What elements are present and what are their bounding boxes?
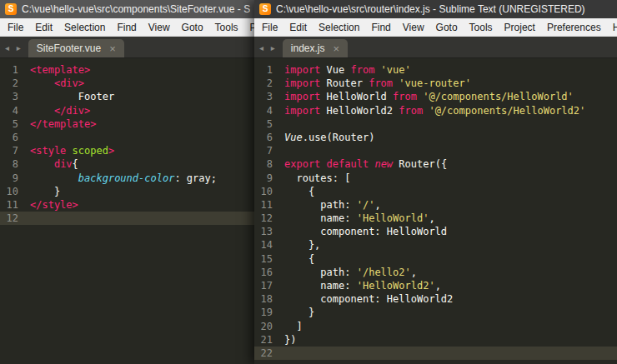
code-text: routes: [: [284, 172, 350, 185]
tab-index-js[interactable]: index.js ×: [283, 39, 348, 57]
code-line: 2import Router from 'vue-router': [254, 77, 617, 90]
code-text: </template>: [30, 117, 96, 131]
line-number: 1: [254, 63, 284, 77]
code-line: 22: [254, 347, 617, 360]
line-number: 17: [254, 279, 284, 292]
line-number: 16: [254, 266, 284, 279]
code-text: name: 'HelloWorld',: [284, 212, 435, 225]
code-text: }: [30, 185, 60, 198]
code-line: 5</template>: [0, 117, 255, 131]
code-text: name: 'HelloWorld2',: [284, 279, 441, 292]
right-window-title: C:\vue\hello-vue\src\router\index.js - S…: [276, 3, 585, 15]
line-number: 9: [254, 172, 284, 185]
code-line: 4 </div>: [0, 104, 255, 117]
code-text: }): [284, 333, 296, 347]
code-text: }: [284, 306, 314, 319]
menu-item-goto[interactable]: Goto: [176, 19, 209, 36]
line-number: 20: [254, 320, 284, 333]
code-line: 12 name: 'HelloWorld',: [254, 212, 617, 225]
code-line: 14 },: [254, 238, 617, 252]
right-editor[interactable]: 1import Vue from 'vue'2import Router fro…: [254, 58, 617, 364]
left-tabbar: ◂ ▸ SiteFooter.vue ×: [0, 37, 255, 58]
menu-item-help[interactable]: Help: [607, 19, 617, 36]
code-line: 6: [0, 131, 255, 144]
code-line: 19 }: [254, 306, 617, 319]
tab-close-icon[interactable]: ×: [109, 43, 116, 54]
code-line: 6Vue.use(Router): [254, 131, 617, 144]
code-text: path: '/hello2',: [284, 266, 417, 279]
left-editor[interactable]: 1<template>2 <div>3 Footer4 </div>5</tem…: [0, 58, 255, 364]
tab-nav-arrows-icon[interactable]: ◂ ▸: [3, 43, 28, 57]
menu-item-preferences[interactable]: Preferences: [541, 19, 607, 36]
menu-item-selection[interactable]: Selection: [58, 19, 111, 36]
line-number: 19: [254, 306, 284, 319]
line-number: 11: [0, 198, 30, 212]
code-text: <template>: [30, 63, 90, 77]
code-line: 3import HelloWorld from '@/components/He…: [254, 90, 617, 103]
menu-item-find[interactable]: Find: [365, 19, 396, 36]
menu-item-project[interactable]: Project: [244, 19, 255, 36]
code-text: component: HelloWorld: [284, 225, 447, 238]
code-line: 3 Footer: [0, 90, 255, 103]
menu-item-project[interactable]: Project: [499, 19, 541, 36]
left-window-title: C:\vue\hello-vue\src\components\SiteFoot…: [22, 3, 250, 15]
code-text: <style scoped>: [30, 144, 114, 157]
menu-item-file[interactable]: File: [256, 19, 283, 36]
menu-item-tools[interactable]: Tools: [209, 19, 244, 36]
code-text: {: [284, 252, 314, 266]
line-number: 1: [0, 63, 30, 77]
code-line: 18 component: HelloWorld2: [254, 292, 617, 306]
code-line: 8 div{: [0, 157, 255, 171]
menu-item-edit[interactable]: Edit: [29, 19, 58, 36]
code-text: ]: [284, 320, 303, 333]
line-number: 5: [254, 117, 284, 131]
code-line: 11 path: '/',: [254, 198, 617, 212]
code-text: background-color: gray;: [30, 172, 217, 185]
code-text: import Vue from 'vue': [284, 63, 411, 77]
line-number: 8: [254, 157, 284, 171]
left-titlebar[interactable]: S C:\vue\hello-vue\src\components\SiteFo…: [0, 0, 255, 18]
line-number: 18: [254, 292, 284, 306]
menu-item-edit[interactable]: Edit: [283, 19, 313, 36]
menu-item-find[interactable]: Find: [111, 19, 142, 36]
line-number: 10: [0, 185, 30, 198]
menu-item-file[interactable]: File: [2, 19, 29, 36]
sublime-window-sitefooter: S C:\vue\hello-vue\src\components\SiteFo…: [0, 0, 256, 364]
code-text: },: [284, 238, 320, 252]
menu-item-view[interactable]: View: [143, 19, 176, 36]
sublime-window-index-js: S C:\vue\hello-vue\src\router\index.js -…: [254, 0, 617, 364]
code-line: 9 routes: [: [254, 172, 617, 185]
code-text: div{: [30, 157, 78, 171]
code-line: 21}): [254, 333, 617, 347]
code-line: 10 {: [254, 185, 617, 198]
line-number: 4: [0, 104, 30, 117]
code-line: 5: [254, 117, 617, 131]
code-line: 11</style>: [0, 198, 255, 212]
sublime-icon: S: [259, 3, 271, 15]
sublime-icon: S: [5, 3, 17, 15]
menu-item-goto[interactable]: Goto: [430, 19, 464, 36]
code-line: 13 component: HelloWorld: [254, 225, 617, 238]
code-line: 7<style scoped>: [0, 144, 255, 157]
line-number: 12: [0, 212, 30, 225]
line-number: 13: [254, 225, 284, 238]
code-text: import HelloWorld from '@/components/Hel…: [284, 90, 574, 103]
tab-close-icon[interactable]: ×: [334, 43, 340, 54]
line-number: 6: [0, 131, 30, 144]
line-number: 3: [254, 90, 284, 103]
line-number: 7: [0, 144, 30, 157]
menu-item-selection[interactable]: Selection: [313, 19, 365, 36]
code-line: 7: [254, 144, 617, 157]
code-text: export default new Router({: [284, 157, 447, 171]
menu-item-tools[interactable]: Tools: [464, 19, 499, 36]
code-text: </style>: [30, 198, 78, 212]
tab-sitefooter[interactable]: SiteFooter.vue ×: [28, 39, 124, 57]
tab-label: SiteFooter.vue: [37, 42, 101, 54]
menu-item-view[interactable]: View: [397, 19, 430, 36]
right-tabbar: ◂ ▸ index.js ×: [254, 37, 617, 58]
code-text: </div>: [30, 104, 90, 117]
right-titlebar[interactable]: S C:\vue\hello-vue\src\router\index.js -…: [254, 0, 617, 18]
tab-nav-arrows-icon[interactable]: ◂ ▸: [258, 43, 283, 57]
line-number: 3: [0, 90, 30, 103]
line-number: 12: [254, 212, 284, 225]
